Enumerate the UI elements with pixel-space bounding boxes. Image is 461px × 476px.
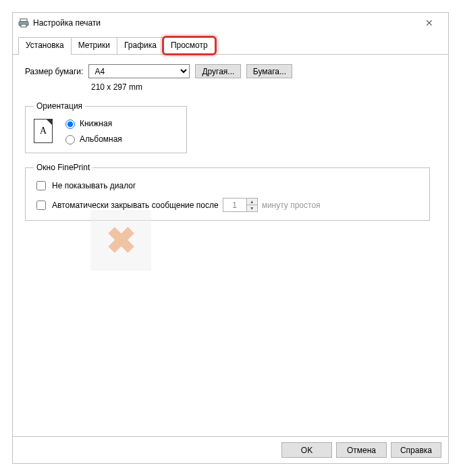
tab-prosmotr[interactable]: Просмотр (163, 37, 215, 54)
paper-button[interactable]: Бумага... (246, 64, 292, 78)
tab-label: Установка (26, 41, 64, 50)
auto-close-checkbox[interactable] (36, 201, 46, 210)
paper-size-select[interactable]: A4 (88, 64, 190, 78)
auto-close-label: Автоматически закрывать сообщение после (52, 201, 219, 210)
tab-grafika[interactable]: Графика (117, 37, 164, 54)
print-settings-window: Настройка печати ✕ Установка Метрики Гра… (12, 12, 449, 464)
minutes-stepper[interactable]: ▲▼ (223, 198, 258, 212)
portrait-label: Книжная (80, 119, 112, 128)
orientation-landscape[interactable]: Альбомная (62, 133, 122, 144)
stepper-arrows[interactable]: ▲▼ (246, 199, 257, 211)
tab-bar: Установка Метрики Графика Просмотр (13, 33, 448, 55)
portrait-radio[interactable] (65, 120, 75, 129)
tab-metriki[interactable]: Метрики (71, 37, 117, 54)
fineprint-legend: Окно FinePrint (34, 163, 92, 172)
titlebar: Настройка печати ✕ (13, 13, 448, 33)
landscape-label: Альбомная (80, 134, 122, 144)
watermark-x-icon: ✖ (90, 210, 151, 271)
tab-content: Размер бумаги: A4 Другая... Бумага... 21… (13, 55, 448, 436)
svg-rect-0 (20, 19, 27, 22)
landscape-radio[interactable] (65, 135, 75, 144)
tab-label: Метрики (78, 41, 110, 50)
minutes-value[interactable] (223, 199, 246, 211)
ok-button[interactable]: OK (281, 442, 332, 458)
window-title: Настройка печати (33, 18, 416, 28)
paper-size-label: Размер бумаги: (25, 67, 83, 76)
paper-dimensions: 210 x 297 mm (91, 82, 436, 92)
tab-ustanovka[interactable]: Установка (18, 37, 72, 54)
page-icon-letter: A (40, 126, 47, 136)
minutes-suffix: минуту простоя (262, 201, 321, 210)
step-down-icon[interactable]: ▼ (247, 205, 257, 211)
fineprint-group: Окно FinePrint Не показывать диалог Авто… (25, 163, 430, 221)
no-dialog-checkbox[interactable] (36, 181, 46, 190)
no-dialog-label: Не показывать диалог (52, 181, 136, 190)
tab-label: Графика (124, 41, 157, 50)
orientation-group: Ориентация A Книжная Альбомная (25, 101, 187, 153)
printer-icon (18, 18, 29, 28)
tab-label: Просмотр (171, 41, 208, 50)
step-up-icon[interactable]: ▲ (247, 199, 257, 205)
cancel-button[interactable]: Отмена (336, 442, 387, 458)
close-icon[interactable]: ✕ (416, 18, 443, 28)
dialog-footer: OK Отмена Справка (13, 436, 448, 463)
svg-rect-2 (21, 24, 26, 27)
no-dialog-option[interactable]: Не показывать диалог (34, 179, 421, 192)
other-button[interactable]: Другая... (195, 64, 241, 78)
orientation-legend: Ориентация (34, 101, 85, 111)
page-icon: A (34, 119, 53, 143)
help-button[interactable]: Справка (391, 442, 441, 458)
orientation-portrait[interactable]: Книжная (62, 117, 122, 129)
